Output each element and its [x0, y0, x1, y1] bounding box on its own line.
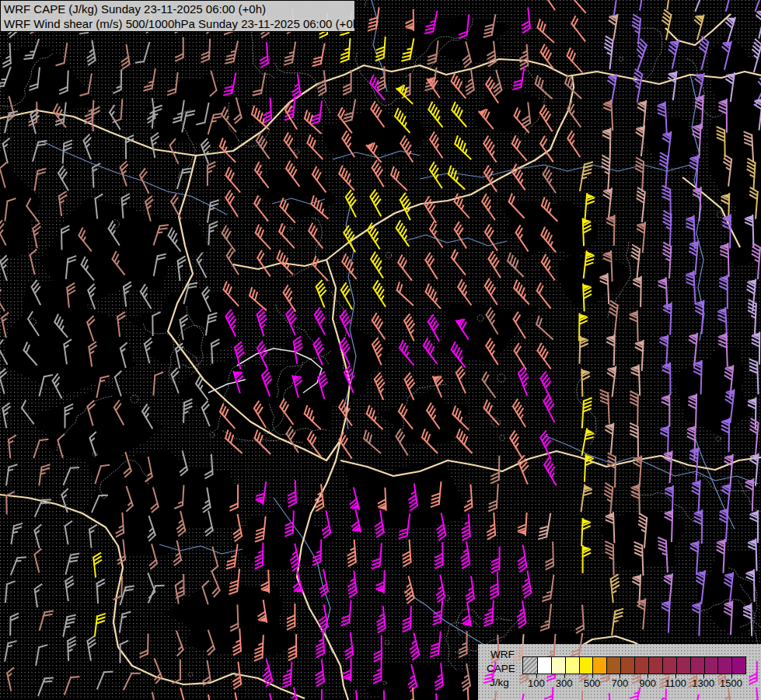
legend-tick-label: 300 — [556, 677, 573, 689]
legend-color-step — [537, 657, 551, 674]
legend-tick-label: 1500 — [720, 677, 742, 689]
legend-tick-label: 900 — [639, 677, 656, 689]
legend-color-step — [690, 657, 704, 674]
legend-parameter-label: CAPE — [487, 663, 515, 674]
legend-model-label: WRF — [490, 649, 515, 660]
legend-color-step — [717, 657, 731, 674]
legend-color-step — [565, 657, 579, 674]
legend-color-step — [662, 657, 676, 674]
legend-color-step — [579, 657, 593, 674]
legend-step-hatch — [523, 657, 537, 674]
legend-color-step — [551, 657, 565, 674]
legend-color-step — [620, 657, 634, 674]
legend-color-step — [606, 657, 620, 674]
legend-tick-label: 700 — [611, 677, 628, 689]
cape-colorbar — [522, 656, 746, 674]
legend-color-step — [704, 657, 718, 674]
legend-color-step — [634, 657, 648, 674]
weather-map-page: WRF CAPE (J/kg) Sunday 23-11-2025 06:00 … — [0, 0, 761, 700]
map-title: WRF CAPE (J/kg) Sunday 23-11-2025 06:00 … — [0, 0, 355, 32]
legend-tick-label: 100 — [528, 677, 545, 689]
weather-map — [0, 0, 761, 700]
legend-color-step — [731, 657, 745, 674]
legend-color-step — [592, 657, 606, 674]
map-title-line-shear: WRF Wind shear (m/s) 500/1000hPa Sunday … — [4, 16, 354, 31]
legend-unit-label: J/kg — [490, 677, 509, 688]
map-title-line-cape: WRF CAPE (J/kg) Sunday 23-11-2025 06:00 … — [4, 2, 354, 16]
legend-color-step — [648, 657, 662, 674]
legend-tick-label: 500 — [584, 677, 601, 689]
cape-legend: WRF CAPE J/kg 10030050070090011001300150… — [478, 644, 761, 700]
legend-tick-label: 1300 — [692, 677, 714, 689]
legend-tick-label: 1100 — [665, 677, 686, 689]
legend-color-step — [676, 657, 690, 674]
